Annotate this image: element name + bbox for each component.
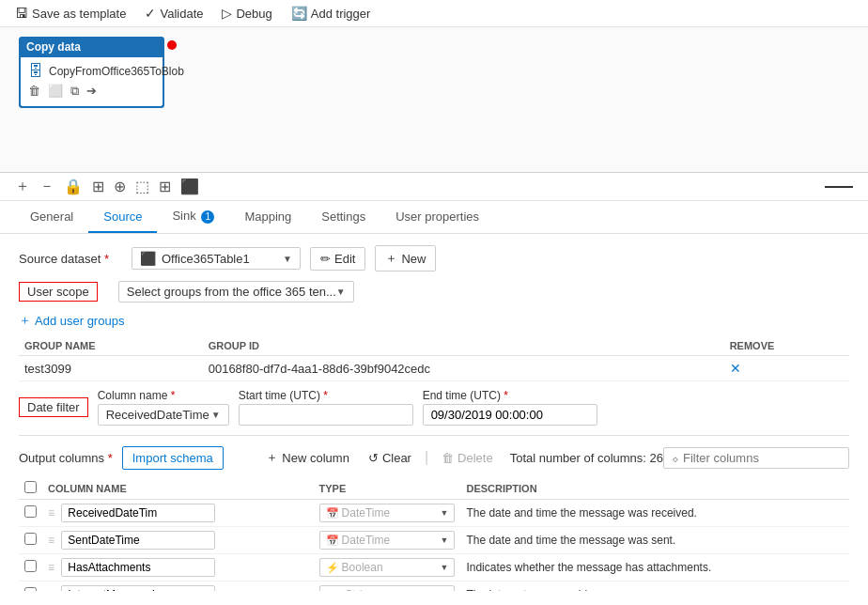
row-checkbox-cell — [19, 527, 42, 554]
add-icon[interactable]: ＋ — [15, 177, 30, 196]
drag-handle-icon[interactable]: ≡ — [48, 561, 54, 574]
col-type-cell: abc String ▼ — [314, 582, 461, 592]
type-value: String — [345, 588, 374, 591]
column-name-input[interactable] — [61, 504, 215, 522]
filter-columns-input[interactable] — [683, 451, 841, 465]
type-value: DateTime — [342, 506, 391, 520]
select-all-checkbox[interactable] — [24, 481, 37, 493]
delete-action-icon[interactable]: 🗑 — [28, 84, 40, 99]
trash-icon: 🗑 — [442, 451, 454, 465]
main-content: Source dataset * ⬛ Office365Table1 ▼ ✏ E… — [0, 234, 868, 591]
minus-icon[interactable]: － — [39, 177, 54, 196]
debug-button[interactable]: ▷ Debug — [222, 6, 271, 21]
column-name-input[interactable] — [61, 531, 215, 550]
pencil-icon: ✏ — [320, 252, 331, 266]
type-select[interactable]: 📅 DateTime ▼ — [319, 531, 456, 550]
type-select[interactable]: ⚡ Boolean ▼ — [319, 558, 456, 577]
clone-action-icon[interactable]: ⧉ — [70, 84, 79, 99]
validate-button[interactable]: ✓ Validate — [145, 6, 203, 21]
total-count: Total number of columns: 26 — [510, 451, 663, 465]
trigger-icon: 🔄 — [291, 6, 307, 21]
type-icon: 📅 — [326, 507, 339, 520]
zoom-in-icon[interactable]: ⊕ — [114, 178, 126, 195]
col-name-cell: ≡ — [42, 527, 314, 554]
column-name-input[interactable] — [61, 558, 215, 577]
tab-user-properties[interactable]: User properties — [380, 202, 494, 233]
arrow-action-icon[interactable]: ➔ — [86, 84, 97, 99]
row-checkbox[interactable] — [24, 587, 37, 591]
col-name-cell: ≡ — [42, 582, 314, 592]
delete-button: 🗑 Delete — [432, 447, 503, 469]
column-name-input[interactable] — [61, 585, 215, 591]
filter-input-box[interactable]: ⬦ — [663, 447, 849, 469]
table-row: ≡ ⚡ Boolean ▼ Indicates whether the mess… — [19, 554, 849, 582]
dataset-select[interactable]: ⬛ Office365Table1 ▼ — [132, 247, 301, 270]
lock-icon[interactable]: 🔒 — [64, 178, 83, 195]
type-select[interactable]: abc String ▼ — [319, 585, 456, 591]
new-button[interactable]: ＋ New — [375, 245, 436, 271]
tab-general[interactable]: General — [15, 202, 88, 233]
edit-button[interactable]: ✏ Edit — [310, 247, 365, 271]
col-type-cell: ⚡ Boolean ▼ — [314, 554, 461, 582]
tab-source[interactable]: Source — [88, 202, 157, 233]
row-checkbox[interactable] — [24, 560, 37, 572]
column-name-field: Column name * ReceivedDateTime ▼ — [98, 389, 229, 426]
fit-icon[interactable]: ⬚ — [135, 178, 149, 195]
type-icon: ⚡ — [326, 562, 339, 574]
save-template-button[interactable]: 🖫 Save as template — [15, 6, 126, 21]
chevron-down-icon: ▼ — [336, 287, 346, 297]
drag-handle-icon[interactable]: ≡ — [48, 588, 54, 591]
group-id-cell: 00168f80-df7d-4aa1-88d6-39bf9042cedc — [203, 356, 724, 381]
column-name-label: Column name * — [98, 389, 229, 402]
settings-icon[interactable]: ⬛ — [180, 178, 199, 195]
filter-icon: ⬦ — [672, 451, 679, 465]
layout-icon[interactable]: ⊞ — [159, 178, 171, 195]
database-icon: 🗄 — [28, 63, 43, 80]
add-trigger-label: Add trigger — [311, 7, 371, 21]
source-dataset-label: Source dataset * — [19, 252, 122, 266]
grid-icon[interactable]: ⊞ — [92, 178, 104, 195]
end-time-field: End time (UTC) * — [423, 389, 597, 426]
group-name-cell: test3099 — [19, 356, 203, 381]
add-trigger-button[interactable]: 🔄 Add trigger — [291, 6, 371, 21]
import-schema-button[interactable]: Import schema — [122, 446, 224, 470]
column-name-select[interactable]: ReceivedDateTime ▼ — [98, 404, 229, 426]
output-actions: ＋ New column ↺ Clear | 🗑 Delete Total nu… — [256, 445, 849, 470]
plus-icon: ＋ — [385, 250, 397, 267]
copy-action-icon[interactable]: ⬜ — [48, 84, 63, 99]
table-row: ≡ 📅 DateTime ▼ The date and time the mes… — [19, 527, 849, 554]
new-column-button[interactable]: ＋ New column — [256, 445, 359, 470]
tab-settings[interactable]: Settings — [306, 202, 380, 233]
save-template-label: Save as template — [32, 7, 126, 21]
copy-data-body: 🗄 CopyFromOffice365ToBlob 🗑 ⬜ ⧉ ➔ — [19, 57, 164, 108]
col-description-cell: The date and time the message was sent. — [460, 527, 849, 554]
type-icon: 📅 — [326, 535, 339, 547]
validate-label: Validate — [160, 7, 203, 21]
table-row: test3099 00168f80-df7d-4aa1-88d6-39bf904… — [19, 356, 849, 381]
start-time-input[interactable] — [239, 404, 413, 426]
clear-button[interactable]: ↺ Clear — [359, 447, 421, 469]
add-user-groups-button[interactable]: ＋ Add user groups — [19, 312, 124, 329]
row-checkbox[interactable] — [24, 533, 37, 545]
copy-data-activity[interactable]: Copy data 🗄 CopyFromOffice365ToBlob 🗑 ⬜ … — [19, 37, 164, 108]
end-time-input[interactable] — [423, 404, 597, 426]
col-description-cell: The date and time the message was receiv… — [460, 500, 849, 527]
type-value: Boolean — [342, 561, 383, 574]
plus-icon: ＋ — [19, 312, 31, 329]
col-type-cell: 📅 DateTime ▼ — [314, 527, 461, 554]
row-checkbox[interactable] — [24, 505, 37, 518]
type-select[interactable]: 📅 DateTime ▼ — [319, 504, 456, 522]
user-scope-label: User scope — [19, 282, 98, 302]
column-name-value: ReceivedDateTime — [106, 408, 209, 422]
drag-handle-icon[interactable]: ≡ — [48, 534, 54, 547]
scope-select[interactable]: Select groups from the office 365 ten...… — [118, 281, 354, 302]
drag-handle-icon[interactable]: ≡ — [48, 506, 54, 520]
tab-mapping[interactable]: Mapping — [229, 202, 306, 233]
col-name-cell: ≡ — [42, 500, 314, 527]
remove-icon[interactable]: ✕ — [730, 361, 741, 376]
row-checkbox-cell — [19, 554, 42, 582]
debug-label: Debug — [236, 7, 271, 21]
activity-item: 🗄 CopyFromOffice365ToBlob — [28, 63, 155, 80]
tab-sink[interactable]: Sink 1 — [157, 201, 229, 233]
office-icon: ⬛ — [140, 251, 156, 266]
